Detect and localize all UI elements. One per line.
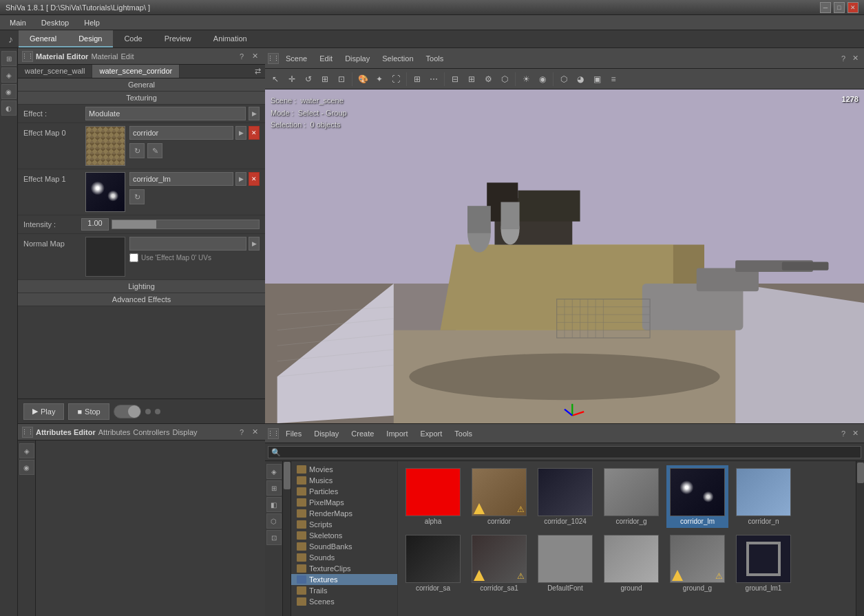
grid-scrollbar[interactable] xyxy=(856,461,864,616)
file-alpha[interactable]: alpha xyxy=(402,465,464,528)
tool-grid[interactable]: ⊞ xyxy=(410,72,425,87)
material-edit[interactable]: Edit xyxy=(121,52,134,61)
tab-preview[interactable]: Preview xyxy=(154,30,202,47)
tree-rendermaps[interactable]: RenderMaps xyxy=(291,508,397,519)
attr-menu-3[interactable]: Display xyxy=(172,428,197,436)
close-button[interactable]: ✕ xyxy=(847,2,858,13)
tab-code[interactable]: Code xyxy=(113,30,153,47)
data-close[interactable]: ✕ xyxy=(850,429,861,438)
tree-scrollbar[interactable] xyxy=(283,461,291,616)
attr-question[interactable]: ? xyxy=(237,428,246,436)
data-menu-import[interactable]: Import xyxy=(381,428,413,439)
file-corridor-lm[interactable]: corridor_lm xyxy=(666,465,728,528)
tree-skeletons[interactable]: Skeletons xyxy=(291,530,397,541)
tool-cam[interactable]: ◉ xyxy=(535,72,550,87)
intensity-value[interactable]: 1.00 xyxy=(81,218,109,231)
tree-scenes[interactable]: Scenes xyxy=(291,596,397,607)
tab-animation[interactable]: Animation xyxy=(202,30,258,47)
data-menu-tools[interactable]: Tools xyxy=(449,428,478,439)
menu-desktop[interactable]: Desktop xyxy=(34,17,76,28)
tree-textureclips[interactable]: TextureClips xyxy=(291,563,397,574)
normal-map-name[interactable] xyxy=(129,237,246,251)
minimize-button[interactable]: ─ xyxy=(820,2,831,13)
play-button[interactable]: ▶ Play xyxy=(23,403,64,420)
file-corridor-n[interactable]: corridor_n xyxy=(733,465,794,528)
tree-musics[interactable]: Musics xyxy=(291,475,397,486)
effect-map-1-thumb[interactable] xyxy=(85,172,125,212)
file-ground[interactable]: ground xyxy=(600,532,662,595)
tree-scripts[interactable]: Scripts xyxy=(291,519,397,530)
use-uvs-checkbox[interactable] xyxy=(129,253,138,262)
section-advanced[interactable]: Advanced Effects xyxy=(18,293,265,306)
tool-copy[interactable]: ⊟ xyxy=(447,72,463,87)
tool-light[interactable]: ☀ xyxy=(518,72,534,87)
tree-particles[interactable]: Particles xyxy=(291,486,397,497)
file-corridor-sa1[interactable]: corridor_sa1 xyxy=(468,532,530,595)
tree-movies[interactable]: Movies xyxy=(291,464,397,475)
tool-grid2[interactable]: ⬡ xyxy=(556,72,571,87)
normal-map-thumb[interactable] xyxy=(85,237,125,277)
maximize-button[interactable]: □ xyxy=(834,2,845,13)
attr-sidebar-icon-2[interactable]: ◉ xyxy=(19,460,34,475)
material-menu[interactable]: Material xyxy=(91,52,118,61)
scene-menu-scene[interactable]: Scene xyxy=(280,53,313,64)
tree-scroll-thumb[interactable] xyxy=(284,462,291,489)
tab-general[interactable]: General xyxy=(19,30,67,47)
menu-help[interactable]: Help xyxy=(77,17,107,28)
panel-close[interactable]: ✕ xyxy=(249,52,261,61)
sidebar-icon-1[interactable]: ⊞ xyxy=(1,51,17,66)
intensity-slider[interactable] xyxy=(112,220,260,229)
tool-box[interactable]: ▣ xyxy=(589,72,604,87)
effect-map-0-close[interactable]: ✕ xyxy=(249,126,260,140)
tool-list[interactable]: ≡ xyxy=(606,72,621,87)
tool-scale[interactable]: ⊞ xyxy=(317,72,333,87)
file-ground-g[interactable]: ground_g xyxy=(666,532,728,595)
tool-settings[interactable]: ⚙ xyxy=(481,72,496,87)
scene-menu-tools[interactable]: Tools xyxy=(421,53,450,64)
file-ground-lm1[interactable]: ground_lm1 xyxy=(733,532,794,595)
scene-menu-selection[interactable]: Selection xyxy=(377,53,419,64)
data-icon-2[interactable]: ⊞ xyxy=(266,480,282,496)
data-icon-4[interactable]: ⬡ xyxy=(266,513,282,529)
tree-sounds[interactable]: Sounds xyxy=(291,552,397,563)
file-corridor-1024[interactable]: corridor_1024 xyxy=(534,465,596,528)
effect-map-1-arrow[interactable]: ▶ xyxy=(235,172,246,186)
effect-arrow[interactable]: ▶ xyxy=(249,107,260,120)
tree-soundbanks[interactable]: SoundBanks xyxy=(291,541,397,552)
scene-question[interactable]: ? xyxy=(839,54,848,63)
data-question[interactable]: ? xyxy=(839,429,848,438)
toggle-switch[interactable] xyxy=(114,405,141,418)
grid-scroll-thumb[interactable] xyxy=(857,463,864,483)
file-corridor[interactable]: corridor xyxy=(468,465,530,528)
section-general[interactable]: General xyxy=(18,78,265,92)
attr-close[interactable]: ✕ xyxy=(249,427,261,436)
data-icon-3[interactable]: ◧ xyxy=(266,497,282,512)
scene-menu-display[interactable]: Display xyxy=(339,53,375,64)
stop-button[interactable]: ■ Stop xyxy=(68,403,109,420)
tool-frame[interactable]: ⊡ xyxy=(334,72,349,87)
search-input[interactable] xyxy=(268,446,861,458)
tab-water-wall[interactable]: water_scene_wall xyxy=(18,65,92,78)
sidebar-icon-4[interactable]: ◐ xyxy=(1,100,17,116)
tree-trails[interactable]: Trails xyxy=(291,585,397,596)
tool-move[interactable]: ✛ xyxy=(284,72,299,87)
tree-pixelmaps[interactable]: PixelMaps xyxy=(291,497,397,508)
tool-link[interactable]: ⛶ xyxy=(388,72,403,87)
viewport[interactable]: Scene : water_scene Mode : Select - Grou… xyxy=(265,89,864,423)
tool-rotate[interactable]: ↺ xyxy=(301,72,316,87)
effect-map-0-reload[interactable]: ↻ xyxy=(129,143,145,158)
file-corridor-g[interactable]: corridor_g xyxy=(600,465,662,528)
effect-map-0-edit[interactable]: ✎ xyxy=(147,143,162,158)
tool-sphere[interactable]: ◕ xyxy=(573,72,588,87)
tool-select[interactable]: ↖ xyxy=(268,72,283,87)
attr-sidebar-icon-1[interactable]: ◈ xyxy=(19,443,34,458)
effect-select[interactable]: Modulate xyxy=(85,107,246,120)
tool-export[interactable]: ⬡ xyxy=(497,72,512,87)
effect-map-1-close[interactable]: ✕ xyxy=(249,172,260,186)
attr-menu-1[interactable]: Attributes xyxy=(98,428,130,436)
scene-menu-edit[interactable]: Edit xyxy=(314,53,338,64)
tree-textures[interactable]: Textures xyxy=(291,574,397,585)
effect-map-1-reload[interactable]: ↻ xyxy=(129,189,145,204)
section-lighting[interactable]: Lighting xyxy=(18,280,265,293)
tab-water-corridor[interactable]: water_scene_corridor xyxy=(92,65,180,78)
